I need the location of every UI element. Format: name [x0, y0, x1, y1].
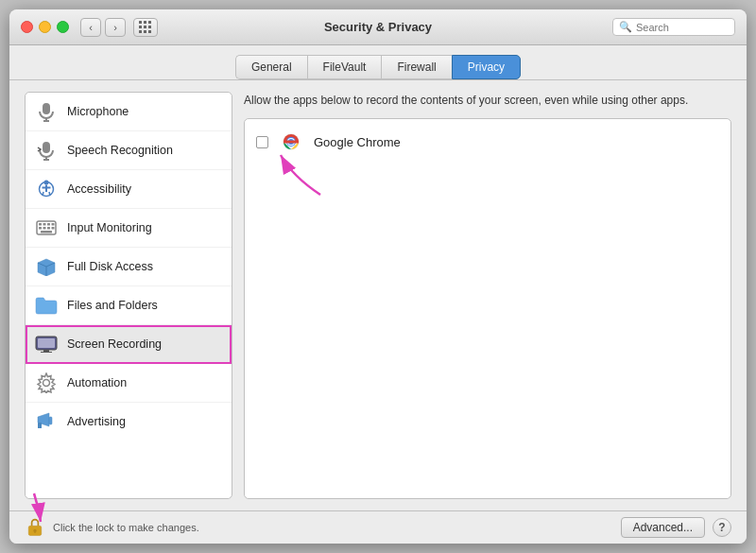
- svg-rect-0: [43, 103, 50, 114]
- tab-filevault[interactable]: FileVault: [307, 55, 382, 79]
- app-item-chrome[interactable]: Google Chrome: [249, 123, 727, 161]
- back-button[interactable]: ‹: [80, 18, 101, 37]
- sidebar-item-full-disk-access[interactable]: Full Disk Access: [26, 248, 232, 286]
- svg-rect-13: [39, 223, 42, 226]
- tab-firewall[interactable]: Firewall: [381, 55, 451, 79]
- full-disk-access-label: Full Disk Access: [67, 260, 153, 273]
- svg-rect-15: [47, 223, 50, 226]
- security-privacy-window: ‹ › Security & Privacy 🔍 General FileVau…: [9, 9, 747, 544]
- tabs-bar: General FileVault Firewall Privacy: [9, 45, 747, 80]
- automation-label: Automation: [67, 376, 127, 389]
- lock-text: Click the lock to make changes.: [53, 522, 199, 533]
- svg-point-27: [43, 380, 50, 387]
- help-button[interactable]: ?: [713, 518, 731, 537]
- svg-rect-20: [52, 227, 55, 230]
- svg-rect-29: [49, 417, 52, 424]
- svg-rect-18: [43, 227, 46, 230]
- svg-rect-30: [38, 423, 42, 428]
- nav-buttons: ‹ ›: [80, 18, 158, 37]
- main-content: Microphone Speech Recognition: [9, 80, 747, 510]
- screen-recording-icon: [35, 333, 58, 355]
- svg-rect-19: [47, 227, 50, 230]
- svg-rect-25: [43, 350, 49, 352]
- bottom-bar: Click the lock to make changes. Advanced…: [9, 510, 747, 544]
- accessibility-label: Accessibility: [67, 182, 131, 196]
- screen-recording-label: Screen Recording: [67, 337, 162, 351]
- sidebar-item-advertising[interactable]: Advertising: [26, 403, 232, 441]
- svg-rect-3: [43, 142, 50, 153]
- files-folders-label: Files and Folders: [67, 299, 158, 312]
- chrome-app-name: Google Chrome: [314, 135, 401, 149]
- svg-rect-17: [39, 227, 42, 230]
- search-box[interactable]: 🔍: [612, 18, 735, 36]
- sidebar-item-files-folders[interactable]: Files and Folders: [26, 286, 232, 325]
- folder-icon: [35, 294, 58, 317]
- sidebar-item-microphone[interactable]: Microphone: [26, 93, 232, 131]
- input-monitoring-label: Input Monitoring: [67, 221, 152, 234]
- svg-rect-16: [52, 223, 55, 226]
- description-text: Allow the apps below to record the conte…: [244, 92, 731, 109]
- forward-button[interactable]: ›: [105, 18, 126, 37]
- svg-rect-35: [284, 141, 299, 144]
- chrome-checkbox[interactable]: [256, 136, 268, 148]
- tab-general[interactable]: General: [235, 55, 307, 79]
- sidebar-item-automation[interactable]: Automation: [26, 364, 232, 403]
- close-button[interactable]: [21, 21, 33, 33]
- lock-area: [25, 517, 45, 538]
- microphone-label: Microphone: [67, 105, 129, 118]
- full-disk-icon: [35, 255, 58, 278]
- svg-line-10: [43, 192, 43, 196]
- minimize-button[interactable]: [39, 21, 51, 33]
- sidebar-item-input-monitoring[interactable]: Input Monitoring: [26, 209, 232, 248]
- svg-rect-26: [41, 352, 52, 353]
- sidebar-item-accessibility[interactable]: Accessibility: [26, 170, 232, 209]
- sidebar-item-screen-recording[interactable]: Screen Recording: [26, 325, 232, 364]
- sidebar-item-speech-recognition[interactable]: Speech Recognition: [26, 131, 232, 170]
- window-title: Security & Privacy: [324, 20, 432, 34]
- svg-rect-24: [38, 338, 55, 348]
- microphone-icon: [35, 100, 58, 123]
- keyboard-icon: [35, 216, 58, 239]
- grid-icon: [139, 21, 152, 34]
- maximize-button[interactable]: [57, 21, 69, 33]
- advertising-icon: [35, 410, 58, 433]
- speech-recognition-label: Speech Recognition: [67, 144, 173, 157]
- traffic-lights: [21, 21, 69, 33]
- chrome-app-icon: [278, 129, 304, 155]
- advertising-label: Advertising: [67, 415, 126, 428]
- svg-line-11: [49, 192, 50, 196]
- tab-privacy[interactable]: Privacy: [452, 55, 521, 79]
- right-panel: Allow the apps below to record the conte…: [244, 92, 731, 499]
- grid-button[interactable]: [133, 18, 158, 37]
- search-input[interactable]: [636, 22, 729, 33]
- lock-icon[interactable]: [25, 517, 45, 538]
- svg-rect-14: [43, 223, 46, 226]
- advanced-button[interactable]: Advanced...: [621, 517, 705, 538]
- gear-icon: [35, 372, 58, 394]
- search-icon: 🔍: [619, 21, 632, 33]
- sidebar: Microphone Speech Recognition: [25, 92, 232, 499]
- apps-list: Google Chrome: [244, 118, 731, 499]
- titlebar: ‹ › Security & Privacy 🔍: [9, 9, 747, 45]
- accessibility-icon: [35, 178, 58, 200]
- speech-recognition-icon: [35, 139, 58, 162]
- svg-rect-21: [41, 231, 52, 233]
